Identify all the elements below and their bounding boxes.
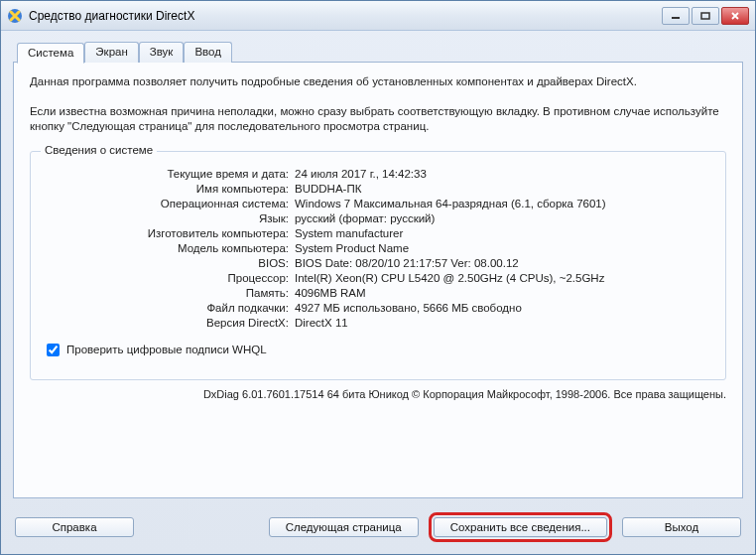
window-title: Средство диагностики DirectX [29,9,662,23]
model-label: Модель компьютера: [43,242,295,254]
close-button[interactable] [721,7,749,25]
exit-button[interactable]: Выход [622,517,741,537]
lang-value: русский (формат: русский) [295,212,713,224]
tab-row: Система Экран Звук Ввод [17,42,743,63]
tab-input[interactable]: Ввод [184,42,232,63]
manufacturer-label: Изготовитель компьютера: [43,227,295,239]
window-controls [662,7,749,25]
intro-block: Данная программа позволяет получить подр… [30,74,726,149]
save-button-highlight: Сохранить все сведения... [429,512,612,542]
os-value: Windows 7 Максимальная 64-разрядная (6.1… [295,198,713,209]
dxdiag-window: Средство диагностики DirectX Система Экр… [0,0,756,555]
next-page-button[interactable]: Следующая страница [269,517,419,537]
lang-label: Язык: [43,212,295,224]
maximize-button[interactable] [692,7,719,25]
minimize-button[interactable] [662,7,690,25]
tab-panel-system: Данная программа позволяет получить подр… [13,62,743,498]
cpu-label: Процессор: [43,272,295,284]
memory-value: 4096MB RAM [295,287,713,299]
tab-system[interactable]: Система [17,43,84,64]
content-area: Система Экран Звук Ввод Данная программа… [1,31,755,506]
datetime-label: Текущие время и дата: [43,168,295,180]
bios-label: BIOS: [43,257,295,269]
system-info-fieldset: Сведения о системе Текущие время и дата:… [30,151,726,380]
directx-label: Версия DirectX: [43,317,295,329]
whql-checkbox[interactable] [47,344,60,356]
whql-checkbox-label: Проверить цифровые подписи WHQL [66,344,267,355]
help-button[interactable]: Справка [15,517,134,537]
directx-value: DirectX 11 [295,317,713,329]
cpu-value: Intel(R) Xeon(R) CPU L5420 @ 2.50GHz (4 … [295,272,713,284]
button-row: Справка Следующая страница Сохранить все… [1,506,755,554]
tab-display[interactable]: Экран [84,42,138,63]
pagefile-label: Файл подкачки: [43,302,295,314]
whql-checkbox-row: Проверить цифровые подписи WHQL [43,341,713,359]
pagefile-value: 4927 МБ использовано, 5666 МБ свободно [295,302,713,314]
computer-value: BUDDHA-ПК [295,183,713,195]
intro-paragraph-1: Данная программа позволяет получить подр… [30,74,726,90]
save-all-info-button[interactable]: Сохранить все сведения... [434,517,607,537]
os-label: Операционная система: [43,198,295,209]
manufacturer-value: System manufacturer [295,227,713,239]
system-info-grid: Текущие время и дата: 24 июля 2017 г., 1… [43,168,713,329]
dxdiag-icon [7,8,23,24]
bios-value: BIOS Date: 08/20/10 21:17:57 Ver: 08.00.… [295,257,713,269]
footer-text: DxDiag 6.01.7601.17514 64 бита Юникод © … [30,388,726,400]
tab-sound[interactable]: Звук [139,42,185,63]
svg-rect-2 [701,13,709,19]
datetime-value: 24 июля 2017 г., 14:42:33 [295,168,713,180]
computer-label: Имя компьютера: [43,183,295,195]
memory-label: Память: [43,287,295,299]
titlebar: Средство диагностики DirectX [1,1,755,31]
intro-paragraph-2: Если известна возможная причина неполадк… [30,104,726,135]
system-info-legend: Сведения о системе [41,144,157,156]
model-value: System Product Name [295,242,713,254]
